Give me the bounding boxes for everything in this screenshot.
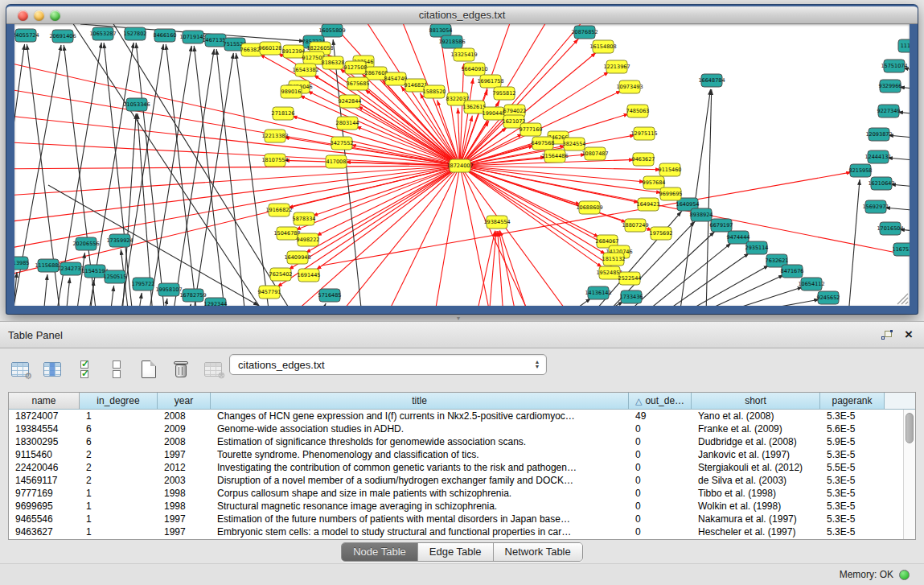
table-row[interactable]: 2242004622012Investigating the contribut… <box>9 461 903 474</box>
graph-node[interactable]: 16210643 <box>868 177 894 190</box>
graph-node[interactable]: 16961758 <box>477 75 503 88</box>
graph-node[interactable]: 9474444 <box>727 231 750 244</box>
column-header-name[interactable]: name <box>9 393 80 409</box>
table-row[interactable]: 1938455462009Genome-wide association stu… <box>9 422 903 435</box>
table-row[interactable]: 1456911722003Disruption of a novel membe… <box>9 474 903 487</box>
graph-node[interactable]: 9660128 <box>259 42 282 55</box>
graph-node[interactable]: 16154808 <box>589 40 616 53</box>
graph-node[interactable]: 9777169 <box>519 123 543 136</box>
graph-node[interactable]: 10688609 <box>576 201 602 214</box>
column-header-out_de[interactable]: △out_de… <box>629 393 692 409</box>
table-row[interactable]: 1830029562008Estimation of significance … <box>9 435 903 448</box>
graph-node[interactable]: 1292344 <box>204 298 228 306</box>
graph-node[interactable]: 13325419 <box>450 48 477 61</box>
graph-node[interactable]: 989016 <box>281 85 302 98</box>
graph-node[interactable]: 1250515 <box>104 270 127 283</box>
graph-node[interactable]: 9242844 <box>339 95 362 108</box>
graph-node[interactable]: 2718126 <box>272 107 295 120</box>
delete-column-button[interactable] <box>169 357 193 381</box>
graph-node[interactable]: 12213967 <box>603 60 630 73</box>
graph-node[interactable]: 1815132 <box>602 253 626 266</box>
graph-node[interactable]: 19218586 <box>438 35 465 48</box>
graph-node[interactable]: 9498222 <box>297 233 320 246</box>
graph-node[interactable]: 3913985 <box>14 257 29 270</box>
resize-handle[interactable] <box>897 294 908 304</box>
graph-node[interactable]: 9227349 <box>877 105 901 117</box>
graph-node[interactable]: 16409948 <box>284 251 310 264</box>
graph-node[interactable]: 20876852 <box>571 26 598 39</box>
graph-node[interactable]: 2803144 <box>336 117 359 130</box>
graph-node[interactable]: 1167533 <box>893 243 910 256</box>
graph-node[interactable]: 8466160 <box>154 29 177 42</box>
graph-node[interactable]: 21053346 <box>123 98 150 111</box>
column-header-in_degree[interactable]: in_degree <box>80 393 158 409</box>
minimize-window-button[interactable] <box>34 10 44 21</box>
graph-node[interactable]: 18724007 <box>446 159 473 172</box>
graph-node[interactable]: 10654112 <box>798 278 824 290</box>
scrollbar-thumb[interactable] <box>906 413 914 443</box>
graph-node[interactable]: 7955812 <box>493 87 516 100</box>
graph-node[interactable]: 6679197 <box>710 219 733 232</box>
graph-node[interactable]: 9457791 <box>258 286 281 299</box>
graph-node[interactable]: 12213383 <box>261 130 288 142</box>
graph-node[interactable]: 2522544 <box>618 272 642 285</box>
graph-node[interactable]: 15692971 <box>862 200 889 213</box>
table-row[interactable]: 1872400712008Changes of HCN gene express… <box>9 410 903 422</box>
graph-node[interactable]: 1795722 <box>132 278 155 290</box>
graph-node[interactable]: 3675685 <box>347 77 370 90</box>
graph-node[interactable]: 7485063 <box>626 105 650 117</box>
window-titlebar[interactable]: citations_edges.txt <box>6 5 918 24</box>
tab-node-table[interactable]: Node Table <box>342 543 418 561</box>
graph-node[interactable]: 10973493 <box>616 80 643 93</box>
graph-node[interactable]: 20691406 <box>49 30 76 43</box>
graph-node[interactable]: 16648784 <box>698 74 725 87</box>
graph-node[interactable]: 3427552 <box>331 137 354 150</box>
graph-node[interactable]: 9329966 <box>879 80 902 93</box>
graph-node[interactable]: 9957684 <box>643 176 666 189</box>
delete-table-button[interactable]: ⊗ <box>201 357 225 381</box>
graph-node[interactable]: 19166822 <box>265 204 292 216</box>
memory-ok-indicator[interactable] <box>899 570 910 580</box>
table-row[interactable]: 969969511998Structural magnetic resonanc… <box>9 500 903 513</box>
graph-node[interactable]: 1527802 <box>124 27 147 40</box>
graph-node[interactable]: 6497568 <box>532 137 555 150</box>
graph-node[interactable]: 16782759 <box>179 289 206 302</box>
graph-node[interactable]: 1588520 <box>423 85 446 98</box>
column-header-short[interactable]: short <box>692 393 820 409</box>
table-settings-button[interactable]: ⚙ <box>8 357 32 381</box>
graph-node[interactable]: 9245652 <box>817 291 840 304</box>
column-header-pagerank[interactable]: pagerank <box>820 393 885 409</box>
graph-node[interactable]: 15751074 <box>881 60 907 72</box>
graph-node[interactable]: 12342737 <box>57 262 84 275</box>
graph-node[interactable]: 12444131 <box>864 150 891 163</box>
vertical-scrollbar[interactable] <box>903 410 915 539</box>
tab-edge-table[interactable]: Edge Table <box>418 543 494 561</box>
graph-node[interactable]: 16640910 <box>461 63 487 76</box>
graph-node[interactable]: 7625402 <box>269 268 293 281</box>
graph-node[interactable]: 10653287 <box>89 27 116 40</box>
new-column-button[interactable] <box>137 357 161 381</box>
graph-node[interactable]: 2935114 <box>745 241 769 254</box>
graph-node[interactable]: 12975115 <box>630 127 657 140</box>
network-canvas[interactable]: 2405572420691406106532871527802846616010… <box>14 24 910 306</box>
show-column-button[interactable] <box>40 357 64 381</box>
graph-node[interactable]: 8215958 <box>849 164 873 177</box>
graph-node[interactable]: 3824554 <box>563 138 586 150</box>
graph-node[interactable]: 21564486 <box>541 150 568 163</box>
graph-node[interactable]: 8471676 <box>781 265 804 278</box>
graph-node[interactable]: 10807487 <box>581 147 608 160</box>
graph-node[interactable]: 19958107 <box>155 283 182 296</box>
graph-node[interactable]: 5878334 <box>293 212 316 225</box>
graph-node[interactable]: 9115460 <box>659 163 682 176</box>
graph-node[interactable]: 1649423 <box>637 198 660 211</box>
zoom-window-button[interactable] <box>50 10 60 21</box>
close-window-button[interactable] <box>18 10 28 21</box>
graph-node[interactable]: 16055809 <box>318 24 345 37</box>
graph-node[interactable]: 11117 <box>898 39 910 52</box>
graph-node[interactable]: 17016504 <box>877 222 903 235</box>
float-panel-icon[interactable] <box>881 331 892 340</box>
unselect-all-button[interactable] <box>105 357 129 381</box>
select-all-button[interactable] <box>72 357 97 381</box>
graph-node[interactable]: 1733436 <box>620 290 643 303</box>
close-panel-icon[interactable]: × <box>905 329 913 340</box>
